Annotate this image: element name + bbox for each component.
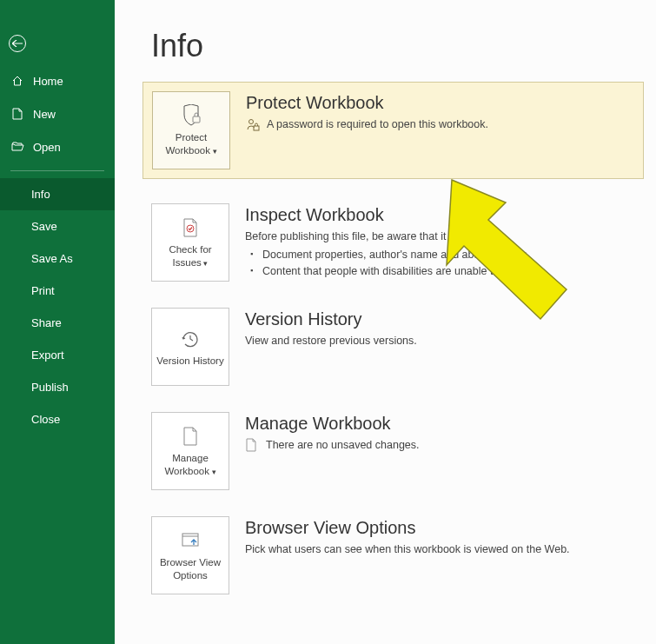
svg-point-1 [249, 120, 254, 124]
inspect-bullet: Content that people with disabilities ar… [262, 263, 656, 280]
sidebar-item-save[interactable]: Save [0, 210, 115, 242]
protect-desc: A password is required to open this work… [267, 116, 488, 133]
document-icon [182, 424, 199, 448]
back-button[interactable] [0, 0, 115, 64]
tile-manage-workbook[interactable]: Manage Workbook ▾ [151, 412, 229, 490]
svg-rect-4 [182, 534, 198, 546]
inspect-bullets: Document properties, author's name and a… [245, 247, 656, 280]
section-version: Version History Version History View and… [151, 308, 656, 386]
svg-rect-2 [254, 126, 259, 130]
sidebar: Home New Open Info Save Save As Print Sh… [0, 0, 115, 644]
inspect-title: Inspect Workbook [245, 205, 656, 225]
history-clock-icon [180, 327, 201, 351]
nav-home[interactable]: Home [0, 64, 115, 97]
nav-home-label: Home [33, 75, 63, 88]
sidebar-item-info[interactable]: Info [0, 178, 115, 210]
document-check-icon [181, 216, 200, 240]
version-title: Version History [245, 309, 656, 329]
sidebar-item-print[interactable]: Print [0, 275, 115, 307]
browser-title: Browser View Options [245, 518, 656, 538]
nav-new-label: New [33, 108, 56, 121]
inspect-lead: Before publishing this file, be aware th… [245, 229, 656, 245]
tile-version-history[interactable]: Version History [151, 308, 229, 386]
nav-open-label: Open [33, 141, 61, 154]
sidebar-divider [10, 170, 104, 171]
page-title: Info [115, 0, 656, 82]
home-icon [10, 74, 24, 88]
tile-protect-workbook[interactable]: Protect Workbook ▾ [152, 91, 230, 169]
section-manage: Manage Workbook ▾ Manage Workbook There … [151, 412, 656, 490]
protect-title: Protect Workbook [246, 93, 634, 113]
section-protect: Protect Workbook ▾ Protect Workbook A pa… [142, 82, 644, 179]
person-lock-icon [246, 117, 260, 131]
sidebar-item-close[interactable]: Close [0, 403, 115, 435]
section-inspect: Check for Issues ▾ Inspect Workbook Befo… [151, 203, 656, 282]
new-icon [10, 107, 24, 121]
browser-desc: Pick what users can see when this workbo… [245, 541, 656, 558]
sidebar-item-save-as[interactable]: Save As [0, 242, 115, 275]
sidebar-item-share[interactable]: Share [0, 307, 115, 339]
shield-lock-icon [181, 103, 202, 128]
tile-check-issues[interactable]: Check for Issues ▾ [151, 203, 229, 282]
main-content: Info Protect Workbook ▾ Protect Workbook [115, 0, 656, 644]
tile-protect-label: Protect Workbook ▾ [153, 131, 229, 157]
svg-rect-0 [193, 116, 200, 123]
document-small-icon [245, 438, 259, 452]
tile-browser-view[interactable]: Browser View Options [151, 516, 229, 594]
inspect-bullet: Document properties, author's name and a… [262, 247, 656, 263]
tile-check-label: Check for Issues ▾ [152, 243, 229, 269]
manage-title: Manage Workbook [245, 414, 656, 434]
back-arrow-icon [9, 35, 26, 52]
sidebar-item-publish[interactable]: Publish [0, 371, 115, 403]
browser-upload-icon [181, 528, 200, 553]
version-desc: View and restore previous versions. [245, 333, 656, 349]
manage-desc: There are no unsaved changes. [266, 437, 420, 454]
section-browser: Browser View Options Browser View Option… [151, 516, 656, 594]
tile-manage-label: Manage Workbook ▾ [152, 452, 229, 478]
open-folder-icon [10, 140, 24, 154]
sections: Protect Workbook ▾ Protect Workbook A pa… [115, 82, 656, 594]
sidebar-item-export[interactable]: Export [0, 339, 115, 371]
tile-browser-label: Browser View Options [152, 556, 229, 582]
nav-new[interactable]: New [0, 97, 115, 130]
tile-version-label: Version History [153, 355, 227, 368]
nav-open[interactable]: Open [0, 130, 115, 163]
